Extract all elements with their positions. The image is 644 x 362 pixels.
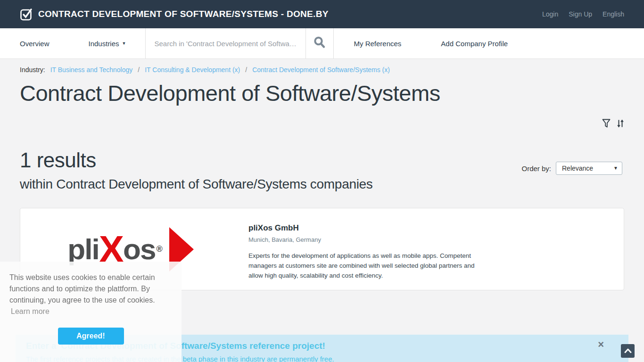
main-content: Industry: IT Business and Technology / I… — [0, 59, 644, 290]
search-input[interactable] — [146, 40, 305, 48]
cookie-notice: This website uses cookies to enable cert… — [0, 262, 182, 362]
learn-more-link[interactable]: Learn more — [9, 307, 50, 316]
company-description: Experts for the development of applicati… — [248, 251, 485, 280]
logo-text-pli: pli — [67, 235, 99, 264]
sort-icon[interactable] — [617, 119, 624, 128]
logo-text-os: os — [123, 235, 155, 264]
cookie-message: This website uses cookies to enable cert… — [9, 272, 165, 306]
breadcrumb-link-contract-development[interactable]: Contract Development of Software/Systems… — [252, 66, 390, 74]
search-area — [145, 28, 305, 58]
search-icon — [313, 36, 326, 51]
login-link[interactable]: Login — [542, 10, 558, 18]
breadcrumb-label: Industry: — [20, 66, 45, 74]
logo-text-x: X — [99, 232, 123, 266]
search-button[interactable] — [305, 28, 334, 58]
chevron-up-icon — [624, 347, 632, 355]
site-title: CONTRACT DEVELOPMENT OF SOFTWARE/SYSTEMS… — [38, 9, 329, 19]
language-selector[interactable]: English — [603, 10, 624, 18]
site-logo[interactable]: CONTRACT DEVELOPMENT OF SOFTWARE/SYSTEMS… — [20, 8, 329, 21]
breadcrumb-link-industry[interactable]: IT Business and Technology — [50, 66, 133, 74]
results-subtitle: within Contract Development of Software/… — [20, 177, 624, 192]
chevron-down-icon: ▼ — [122, 41, 126, 46]
nav-my-references[interactable]: My References — [334, 28, 421, 58]
agree-button[interactable]: Agreed! — [58, 328, 124, 345]
company-name-link[interactable]: pliXos GmbH — [248, 223, 485, 233]
order-by-label: Order by: — [521, 165, 551, 173]
nav-add-company-profile[interactable]: Add Company Profile — [421, 28, 528, 58]
tools-row — [20, 118, 624, 129]
filter-icon[interactable] — [602, 119, 611, 128]
main-navbar: Overview Industries ▼ My References Add … — [0, 28, 644, 59]
breadcrumb-separator: / — [245, 66, 247, 74]
registered-trademark-symbol: ® — [156, 244, 162, 254]
signup-link[interactable]: Sign Up — [569, 10, 592, 18]
nav-overview[interactable]: Overview — [0, 28, 69, 58]
order-by-control: Order by: Relevance ▼ — [521, 162, 622, 175]
breadcrumb-separator: / — [138, 66, 140, 74]
close-icon[interactable]: × — [598, 341, 604, 348]
top-header-bar: CONTRACT DEVELOPMENT OF SOFTWARE/SYSTEMS… — [0, 0, 644, 28]
company-location: Munich, Bavaria, Germany — [248, 236, 485, 243]
results-header: 1 results Order by: Relevance ▼ — [20, 148, 624, 172]
company-info: pliXos GmbH Munich, Bavaria, Germany Exp… — [230, 218, 485, 280]
nav-industries-label: Industries — [89, 40, 119, 48]
scroll-to-top-button[interactable] — [621, 344, 635, 358]
breadcrumb-link-it-consulting[interactable]: IT Consulting & Development (x) — [145, 66, 240, 74]
nav-industries-dropdown[interactable]: Industries ▼ — [69, 28, 146, 58]
breadcrumb: Industry: IT Business and Technology / I… — [20, 59, 624, 74]
checkbox-logo-icon — [20, 8, 33, 21]
order-by-select[interactable]: Relevance — [556, 162, 622, 175]
page-title: Contract Development of Software/Systems — [20, 80, 624, 106]
